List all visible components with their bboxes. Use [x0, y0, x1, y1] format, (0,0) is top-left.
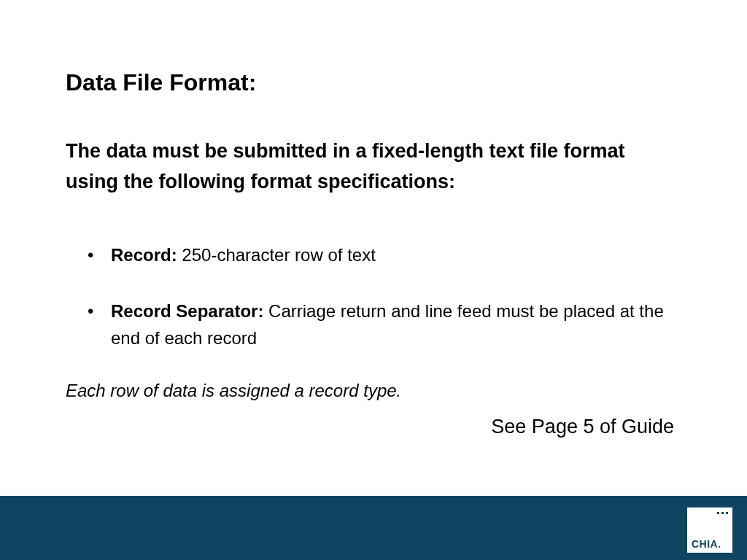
bullet-item: Record: 250-character row of text — [88, 241, 681, 268]
bullet-list: Record: 250-character row of text Record… — [66, 241, 681, 352]
slide-title: Data File Format: — [66, 69, 681, 96]
logo-text: CHIA. — [692, 538, 721, 550]
bullet-text: 250-character row of text — [182, 245, 375, 265]
page-reference: See Page 5 of Guide — [66, 416, 681, 438]
slide-content: Data File Format: The data must be submi… — [0, 0, 747, 438]
chia-logo: CHIA. — [687, 508, 732, 553]
slide-subtitle: The data must be submitted in a fixed-le… — [66, 136, 681, 198]
bullet-label: Record: — [111, 245, 182, 265]
logo-dots-icon — [692, 512, 728, 514]
bullet-item: Record Separator: Carriage return and li… — [88, 298, 681, 351]
note-text: Each row of data is assigned a record ty… — [66, 381, 681, 401]
footer-bar: CHIA. — [0, 496, 747, 560]
bullet-label: Record Separator: — [111, 301, 268, 321]
